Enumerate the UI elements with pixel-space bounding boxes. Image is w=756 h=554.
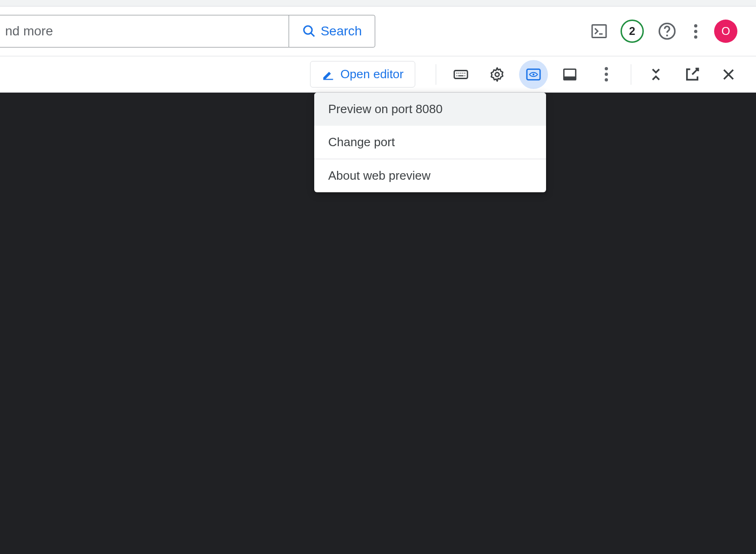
close-button[interactable] [714, 60, 743, 89]
minimize-button[interactable] [641, 60, 670, 89]
svg-rect-19 [564, 76, 576, 80]
svg-line-1 [310, 33, 314, 37]
help-button[interactable] [657, 21, 677, 41]
more-dots-vertical-icon [605, 67, 608, 81]
free-trial-count: 2 [629, 25, 635, 38]
svg-point-0 [304, 26, 312, 34]
web-preview-icon [526, 67, 541, 82]
header-bar: Search 2 O [0, 7, 756, 56]
external-link-icon [684, 67, 700, 82]
dot-icon [694, 35, 697, 39]
close-icon [721, 67, 736, 82]
web-preview-button[interactable] [519, 60, 548, 89]
svg-rect-13 [458, 75, 463, 76]
settings-button[interactable] [483, 60, 512, 89]
web-preview-dropdown: Preview on port 8080 Change port About w… [314, 93, 546, 192]
dot-icon [694, 30, 697, 33]
cloud-shell-button[interactable] [591, 23, 608, 40]
open-editor-label: Open editor [340, 67, 404, 81]
user-avatar[interactable]: O [714, 20, 737, 43]
toolbar-divider [436, 64, 436, 85]
search-button[interactable]: Search [289, 15, 375, 47]
open-editor-button[interactable]: Open editor [310, 61, 415, 88]
svg-point-15 [495, 72, 500, 76]
terminal-icon [591, 23, 608, 40]
svg-point-12 [456, 75, 457, 76]
svg-point-7 [456, 73, 457, 74]
dropdown-item-about[interactable]: About web preview [314, 159, 546, 192]
keyboard-icon [453, 67, 469, 82]
session-more-button[interactable] [592, 60, 621, 89]
dropdown-item-preview-port[interactable]: Preview on port 8080 [314, 93, 546, 126]
svg-point-17 [533, 73, 534, 75]
dropdown-item-change-port[interactable]: Change port [314, 126, 546, 159]
header-right-icons: 2 O [591, 20, 747, 43]
avatar-letter: O [722, 25, 730, 38]
split-pane-icon [562, 67, 578, 82]
toolbar-window-controls [638, 60, 747, 89]
toolbar-divider [631, 64, 631, 85]
keyboard-shortcuts-button[interactable] [446, 60, 475, 89]
search-icon [302, 24, 316, 38]
svg-rect-6 [454, 70, 467, 78]
search-button-label: Search [321, 24, 362, 39]
help-icon [658, 22, 676, 41]
dot-icon [694, 24, 697, 27]
svg-point-9 [460, 73, 461, 74]
toolbar-icons-group [443, 60, 624, 89]
svg-point-11 [464, 73, 465, 74]
svg-point-14 [464, 75, 465, 76]
gear-icon [489, 67, 505, 82]
split-pane-button[interactable] [555, 60, 584, 89]
free-trial-badge[interactable]: 2 [621, 20, 644, 43]
svg-point-10 [462, 73, 463, 74]
open-new-window-button[interactable] [678, 60, 707, 89]
svg-point-5 [666, 34, 668, 36]
svg-rect-2 [592, 25, 606, 38]
collapse-icon [648, 67, 664, 82]
pencil-icon [322, 68, 335, 81]
cloud-shell-toolbar: Open editor [0, 56, 756, 93]
more-options-button[interactable] [690, 20, 701, 42]
browser-chrome-strip [0, 0, 756, 7]
svg-point-8 [459, 73, 459, 74]
search-input[interactable] [0, 15, 289, 47]
search-container: Search [0, 15, 375, 47]
